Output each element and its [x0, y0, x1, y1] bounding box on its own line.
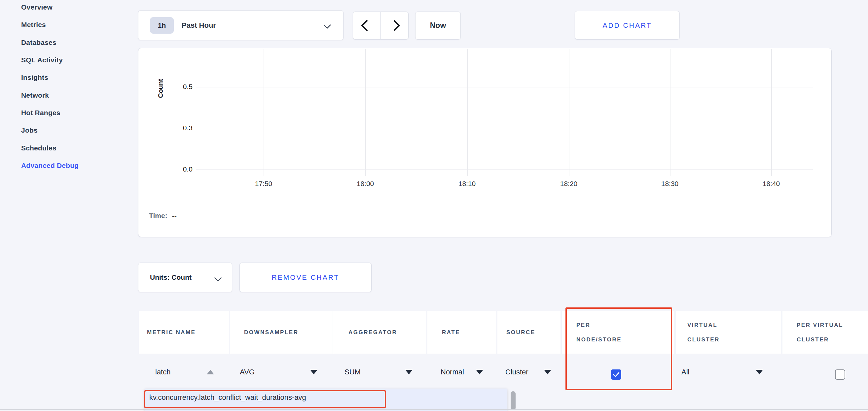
column-header-per-virtual-cluster: PER VIRTUAL CLUSTER — [782, 311, 868, 353]
x-tick-label: 18:40 — [753, 180, 789, 188]
remove-chart-button[interactable]: REMOVE CHART — [240, 263, 372, 292]
time-readout-value: -- — [172, 212, 177, 219]
gridline — [196, 87, 813, 88]
x-tick-label: 17:50 — [245, 180, 282, 188]
per-node-store-checkbox[interactable] — [611, 370, 621, 380]
virtual-cluster-select[interactable]: All — [681, 364, 763, 380]
y-tick-label: 0.3 — [172, 124, 192, 132]
y-tick-label: 0.0 — [172, 165, 192, 173]
time-window-badge: 1h — [150, 17, 174, 34]
sidebar-item-schedules[interactable]: Schedules — [21, 144, 57, 152]
hover-time-readout: Time:-- — [149, 212, 177, 220]
aggregator-select[interactable]: SUM — [344, 364, 412, 380]
x-tick-label: 18:00 — [347, 180, 383, 188]
column-header-rate: RATE — [427, 311, 496, 353]
chevron-left-icon — [361, 20, 373, 31]
sort-up-triangle-icon — [207, 370, 214, 374]
dropdown-triangle-icon — [405, 370, 412, 374]
gridline — [569, 49, 569, 176]
time-step-buttons — [353, 11, 409, 40]
y-axis-label: Count — [151, 74, 170, 103]
gridline — [365, 49, 366, 176]
dropdown-scrollbar[interactable] — [510, 391, 516, 410]
x-tick-label: 18:20 — [551, 180, 587, 188]
per-virtual-cluster-checkbox[interactable] — [835, 370, 845, 380]
chevron-down-icon — [324, 22, 331, 29]
sidebar-item-advanced-debug[interactable]: Advanced Debug — [21, 162, 79, 170]
add-chart-button[interactable]: ADD CHART — [575, 11, 680, 40]
sidebar-item-insights[interactable]: Insights — [21, 74, 48, 81]
chevron-down-icon — [214, 274, 222, 282]
bottom-divider — [0, 409, 868, 410]
sidebar-item-jobs[interactable]: Jobs — [21, 126, 38, 134]
x-tick-label: 18:10 — [449, 180, 485, 188]
sidebar-item-network[interactable]: Network — [21, 91, 49, 99]
gridline — [196, 128, 813, 128]
column-header-aggregator: AGGREGATOR — [333, 311, 426, 353]
sidebar-item-hot-ranges[interactable]: Hot Ranges — [21, 109, 60, 117]
gridline — [264, 49, 264, 176]
metric-suggestions-dropdown: kv.concurrency.latch_conflict_wait_durat… — [145, 388, 507, 411]
dropdown-triangle-icon — [544, 370, 551, 374]
metric-name-input[interactable]: latch — [155, 364, 214, 380]
y-tick-label: 0.5 — [172, 83, 192, 91]
previous-timeframe-button[interactable] — [353, 12, 380, 39]
chevron-right-icon — [389, 20, 400, 31]
gridline — [196, 169, 813, 170]
metric-name-value: latch — [155, 368, 170, 376]
source-value: Cluster — [505, 368, 528, 376]
column-header-downsampler: DOWNSAMPLER — [230, 311, 333, 353]
time-window-label: Past Hour — [182, 21, 216, 30]
now-button[interactable]: Now — [415, 11, 461, 40]
rate-value: Normal — [441, 368, 464, 376]
column-header-metric-name: METRIC NAME — [139, 311, 229, 353]
sidebar-item-databases[interactable]: Databases — [21, 39, 57, 46]
gridline — [670, 49, 671, 176]
gridline — [467, 49, 468, 176]
time-readout-label: Time: — [149, 212, 167, 219]
source-select[interactable]: Cluster — [505, 364, 551, 380]
column-header-source: SOURCE — [497, 311, 560, 353]
sidebar-item-sql-activity[interactable]: SQL Activity — [21, 56, 63, 64]
units-select-label: Units: Count — [150, 273, 192, 281]
sidebar-item-metrics[interactable]: Metrics — [21, 21, 46, 29]
downsampler-select[interactable]: AVG — [240, 364, 317, 380]
aggregator-value: SUM — [344, 368, 361, 376]
metric-suggestion-item[interactable]: kv.concurrency.latch_conflict_wait_durat… — [149, 393, 306, 402]
dropdown-triangle-icon — [310, 370, 317, 374]
x-tick-label: 18:30 — [652, 180, 688, 188]
sidebar-item-overview[interactable]: Overview — [21, 3, 53, 11]
custom-chart-page: Overview Metrics Databases SQL Activity … — [0, 0, 868, 411]
column-header-virtual-cluster: VIRTUAL CLUSTER — [676, 311, 781, 353]
virtual-cluster-value: All — [681, 368, 689, 376]
dropdown-triangle-icon — [756, 370, 763, 374]
gridline — [771, 49, 772, 176]
column-header-per-node-store: PER NODE/STORE — [562, 311, 674, 353]
chart-card: Count 0.5 0.3 0.0 17:50 18:00 18:10 18:2… — [138, 48, 832, 237]
dropdown-triangle-icon — [476, 370, 483, 374]
next-timeframe-button[interactable] — [380, 12, 408, 39]
time-range-select[interactable]: 1h Past Hour — [138, 10, 343, 40]
rate-select[interactable]: Normal — [441, 364, 483, 380]
units-select[interactable]: Units: Count — [138, 263, 232, 292]
downsampler-value: AVG — [240, 368, 255, 376]
